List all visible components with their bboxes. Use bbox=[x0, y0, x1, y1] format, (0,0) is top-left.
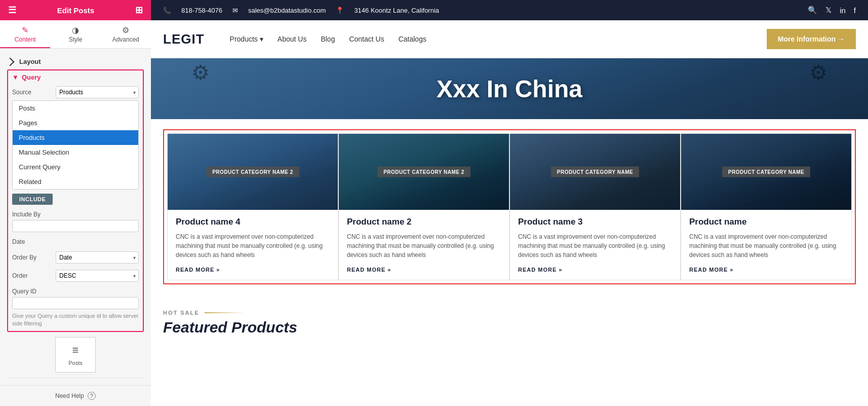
need-help[interactable]: Need Help ? bbox=[0, 385, 151, 406]
dropdown-item-posts[interactable]: Posts bbox=[13, 101, 138, 116]
source-field-row: Source Products bbox=[12, 86, 139, 98]
query-section: ▼ Query Source Products Posts Pages Prod… bbox=[7, 69, 144, 332]
top-bar-right: 🔍 𝕏 in f bbox=[808, 6, 856, 15]
product-desc-4: CNC is a vast improvement over non-compu… bbox=[689, 232, 843, 260]
advanced-tab-icon: ⚙ bbox=[103, 25, 149, 35]
nav-cta-button[interactable]: More Information → bbox=[767, 29, 856, 49]
source-select[interactable]: Products bbox=[56, 86, 139, 98]
product-category-badge-3: PRODUCT CATEGORY NAME bbox=[551, 167, 639, 177]
posts-widget-label: Posts bbox=[68, 360, 83, 366]
order-label: Order bbox=[12, 272, 53, 279]
query-title[interactable]: ▼ Query bbox=[12, 73, 139, 81]
layout-section[interactable]: Layout bbox=[7, 54, 144, 69]
product-img-2: PRODUCT CATEGORY NAME 2 bbox=[339, 134, 509, 210]
pagination-section: Pagination bbox=[7, 378, 144, 385]
product-category-badge-4: PRODUCT CATEGORY NAME bbox=[722, 167, 810, 177]
dropdown-item-manual-selection[interactable]: Manual Selection bbox=[13, 145, 138, 160]
query-collapse-arrow: ▼ bbox=[12, 73, 19, 81]
product-name-3: Product name 3 bbox=[518, 217, 672, 227]
product-name-2: Product name 2 bbox=[347, 217, 501, 227]
tab-content[interactable]: ✎ Content bbox=[0, 20, 50, 48]
nav-logo: LEGIT bbox=[163, 31, 205, 47]
left-panel: ☰ Edit Posts ⊞ ✎ Content ◑ Style ⚙ Advan… bbox=[0, 0, 151, 406]
nav-link-contact[interactable]: Contact Us bbox=[349, 35, 384, 43]
read-more-3[interactable]: READ MORE » bbox=[518, 267, 672, 273]
main-area: 📞 818-758-4076 ✉ sales@b2bdatastudio.com… bbox=[151, 0, 868, 406]
content-tab-icon: ✎ bbox=[2, 25, 48, 35]
order-by-field-row: Order By Date bbox=[12, 251, 139, 264]
content-area: PRODUCT CATEGORY NAME 2 Product name 4 C… bbox=[151, 119, 868, 406]
windmill-left: ⚙ bbox=[191, 61, 210, 84]
product-desc-3: CNC is a vast improvement over non-compu… bbox=[518, 232, 672, 260]
order-by-select-wrapper: Date bbox=[56, 251, 139, 264]
date-field-row: Date bbox=[12, 238, 139, 245]
phone-icon: 📞 bbox=[163, 7, 171, 14]
order-select[interactable]: DESC bbox=[56, 270, 139, 282]
hot-sale-label: HOT SALE bbox=[163, 310, 856, 316]
nav-links: Products ▾ About Us Blog Contact Us Cata… bbox=[230, 35, 752, 43]
include-by-label: Include By bbox=[12, 211, 139, 218]
dropdown-item-products[interactable]: Products bbox=[13, 130, 138, 145]
posts-widget[interactable]: ≡ Posts bbox=[55, 337, 96, 373]
source-select-wrapper: Products bbox=[56, 86, 139, 98]
product-card-4: PRODUCT CATEGORY NAME Product name CNC i… bbox=[681, 133, 852, 280]
hot-sale-line bbox=[205, 312, 245, 313]
query-id-input[interactable] bbox=[12, 297, 139, 309]
nav-link-about[interactable]: About Us bbox=[278, 35, 307, 43]
windmill-right: ⚙ bbox=[809, 61, 827, 84]
date-label: Date bbox=[12, 238, 53, 245]
style-tab-icon: ◑ bbox=[52, 25, 98, 35]
product-body-3: Product name 3 CNC is a vast improvement… bbox=[510, 210, 680, 280]
search-icon[interactable]: 🔍 bbox=[808, 6, 817, 15]
order-select-wrapper: DESC bbox=[56, 270, 139, 282]
query-id-label: Query ID bbox=[12, 288, 139, 295]
nav-link-blog[interactable]: Blog bbox=[321, 35, 335, 43]
tab-style[interactable]: ◑ Style bbox=[50, 20, 100, 48]
panel-content: Layout ▼ Query Source Products Posts Pag… bbox=[0, 49, 151, 385]
query-id-hint: Give your Query a custom unique id to al… bbox=[12, 312, 139, 328]
read-more-2[interactable]: READ MORE » bbox=[347, 267, 501, 273]
hot-sale-section: HOT SALE Featured Products bbox=[163, 300, 856, 341]
read-more-1[interactable]: READ MORE » bbox=[176, 267, 330, 273]
layout-arrow-icon bbox=[6, 57, 15, 66]
product-name-4: Product name bbox=[689, 217, 843, 227]
dropdown-item-current-query[interactable]: Current Query bbox=[13, 160, 138, 174]
product-card-3: PRODUCT CATEGORY NAME Product name 3 CNC… bbox=[509, 133, 681, 280]
help-icon[interactable]: ? bbox=[88, 392, 96, 400]
product-category-badge-2: PRODUCT CATEGORY NAME 2 bbox=[377, 167, 470, 177]
include-button[interactable]: INCLUDE bbox=[12, 194, 53, 205]
tab-advanced[interactable]: ⚙ Advanced bbox=[101, 20, 151, 48]
panel-tabs: ✎ Content ◑ Style ⚙ Advanced bbox=[0, 20, 151, 49]
dropdown-item-pages[interactable]: Pages bbox=[13, 116, 138, 130]
read-more-4[interactable]: READ MORE » bbox=[689, 267, 843, 273]
product-img-1: PRODUCT CATEGORY NAME 2 bbox=[168, 134, 338, 210]
order-field-row: Order DESC bbox=[12, 270, 139, 282]
facebook-icon[interactable]: f bbox=[854, 6, 856, 15]
order-by-label: Order By bbox=[12, 254, 53, 261]
product-desc-2: CNC is a vast improvement over non-compu… bbox=[347, 232, 501, 260]
dropdown-item-related[interactable]: Related bbox=[13, 174, 138, 189]
nav-link-products[interactable]: Products ▾ bbox=[230, 35, 263, 43]
product-desc-1: CNC is a vast improvement over non-compu… bbox=[176, 232, 330, 260]
products-grid-wrapper: PRODUCT CATEGORY NAME 2 Product name 4 C… bbox=[163, 129, 856, 284]
include-row: INCLUDE bbox=[12, 194, 139, 205]
hero-section: ⚙ ⚙ Xxx In China bbox=[151, 58, 868, 119]
product-body-1: Product name 4 CNC is a vast improvement… bbox=[168, 210, 338, 280]
posts-widget-container: ≡ Posts bbox=[7, 337, 144, 373]
email-icon: ✉ bbox=[232, 7, 238, 14]
nav-link-catalogs[interactable]: Catalogs bbox=[399, 35, 426, 43]
top-bar-left: 📞 818-758-4076 ✉ sales@b2bdatastudio.com… bbox=[163, 7, 439, 14]
order-by-select[interactable]: Date bbox=[56, 251, 139, 264]
linkedin-icon[interactable]: in bbox=[840, 6, 846, 15]
featured-title: Featured Products bbox=[163, 319, 856, 336]
product-card-2: PRODUCT CATEGORY NAME 2 Product name 2 C… bbox=[338, 133, 509, 280]
twitter-icon[interactable]: 𝕏 bbox=[825, 6, 832, 15]
panel-header: ☰ Edit Posts ⊞ bbox=[0, 0, 151, 20]
nav-bar: LEGIT Products ▾ About Us Blog Contact U… bbox=[151, 20, 868, 58]
panel-title: Edit Posts bbox=[57, 6, 94, 15]
grid-icon[interactable]: ⊞ bbox=[135, 5, 143, 16]
include-by-input[interactable] bbox=[12, 220, 139, 232]
product-card-1: PRODUCT CATEGORY NAME 2 Product name 4 C… bbox=[167, 133, 338, 280]
hamburger-icon[interactable]: ☰ bbox=[8, 5, 16, 16]
product-img-3: PRODUCT CATEGORY NAME bbox=[510, 134, 680, 210]
